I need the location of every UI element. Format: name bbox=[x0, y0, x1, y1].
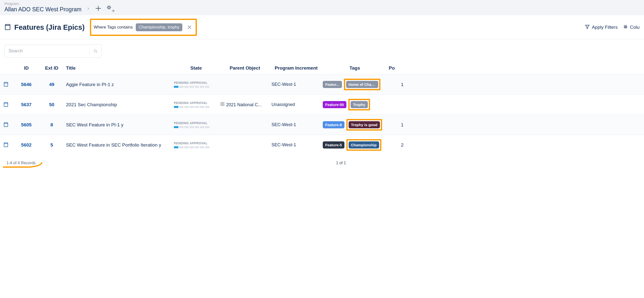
tag-chip[interactable]: Feature-8 bbox=[323, 121, 344, 128]
search-field[interactable] bbox=[4, 44, 102, 58]
state-label: PENDING APPROVAL bbox=[174, 122, 218, 125]
cell-tags: Featur...Home of Champi... bbox=[323, 79, 387, 90]
breadcrumb-label: Program: bbox=[4, 1, 82, 6]
chevron-right-icon bbox=[86, 6, 90, 12]
breadcrumb[interactable]: Program: Allan ADO SEC West Program bbox=[4, 1, 82, 13]
search-row bbox=[0, 39, 644, 60]
active-filter: Where Tags contains Championship, trophy… bbox=[90, 19, 197, 36]
cell-state: PENDING APPROVAL bbox=[174, 101, 218, 108]
svg-point-3 bbox=[94, 49, 96, 52]
search-input[interactable] bbox=[5, 48, 90, 54]
columns-button[interactable]: Colu bbox=[623, 24, 640, 30]
tag-chip[interactable]: Home of Champi... bbox=[346, 81, 378, 88]
cell-ext-id[interactable]: 49 bbox=[40, 82, 64, 87]
table-footer: 1-4 of 4 Records 1 of 1 bbox=[0, 155, 644, 168]
tag-chip[interactable]: Trophy bbox=[350, 101, 368, 108]
progress-bar bbox=[174, 106, 218, 108]
cell-id[interactable]: 5637 bbox=[15, 102, 38, 108]
annotation-highlight: Trophy is good bbox=[346, 119, 382, 131]
grid-icon bbox=[220, 102, 225, 107]
columns-label: Colu bbox=[630, 25, 640, 30]
tag-chip[interactable]: Feature-50 bbox=[323, 101, 346, 108]
cell-id[interactable]: 5602 bbox=[15, 142, 38, 148]
breadcrumb-value: Allan ADO SEC West Program bbox=[4, 6, 82, 13]
col-id[interactable]: ID bbox=[15, 65, 38, 71]
table-row[interactable]: 56025SEC West Feature in SEC Portfolio I… bbox=[0, 135, 644, 155]
page-heading-row: Features (Jira Epics) Where Tags contain… bbox=[0, 15, 644, 39]
gears-icon[interactable] bbox=[106, 5, 114, 12]
annotation-highlight: Trophy bbox=[348, 99, 370, 110]
breadcrumb-bar: Program: Allan ADO SEC West Program bbox=[0, 0, 644, 15]
cell-ext-id[interactable]: 50 bbox=[40, 102, 64, 108]
search-icon[interactable] bbox=[90, 49, 102, 54]
cell-title[interactable]: SEC West Feature in SEC Portfolio Iterat… bbox=[66, 142, 172, 148]
col-last[interactable]: Po bbox=[389, 65, 404, 71]
col-pi[interactable]: Program Increment bbox=[272, 65, 321, 71]
table-row[interactable]: 56058SEC West Feature in PI-1 yPENDING A… bbox=[0, 115, 644, 135]
cell-state: PENDING APPROVAL bbox=[174, 122, 218, 128]
cell-id[interactable]: 5646 bbox=[15, 82, 38, 87]
container-icon bbox=[4, 23, 11, 31]
container-icon bbox=[4, 142, 13, 149]
page-title: Features (Jira Epics) bbox=[14, 23, 84, 31]
cell-title[interactable]: Aggie Feature in PI-1 z bbox=[66, 82, 172, 87]
container-icon bbox=[4, 122, 13, 128]
cell-program-increment[interactable]: SEC-West-1 bbox=[272, 122, 321, 127]
tag-chip[interactable]: Featur... bbox=[323, 81, 342, 88]
svg-rect-2 bbox=[5, 24, 10, 29]
tag-chip[interactable]: Trophy is good bbox=[348, 121, 380, 128]
table-row[interactable]: 5637502021 Sec ChampionshipPENDING APPRO… bbox=[0, 94, 644, 115]
tag-chip[interactable]: Championship bbox=[348, 141, 379, 149]
container-icon bbox=[4, 81, 13, 88]
cell-tags: Feature-50Trophy bbox=[323, 99, 387, 110]
col-parent[interactable]: Parent Object bbox=[220, 65, 270, 71]
cell-program-increment[interactable]: SEC-West-1 bbox=[272, 82, 321, 87]
annotation-highlight: Home of Champi... bbox=[344, 79, 380, 90]
parent-label: 2021 National C... bbox=[226, 102, 262, 107]
state-label: PENDING APPROVAL bbox=[174, 142, 218, 145]
svg-rect-9 bbox=[223, 105, 224, 106]
cell-title[interactable]: 2021 Sec Championship bbox=[66, 102, 172, 108]
table-header: ID Ext ID Title State Parent Object Prog… bbox=[0, 60, 644, 74]
apply-filters-label: Apply Filters bbox=[592, 25, 618, 30]
cell-points: 1 bbox=[389, 82, 404, 87]
pager: 1 of 1 bbox=[336, 161, 346, 165]
cell-points: 2 bbox=[389, 142, 404, 148]
cell-title[interactable]: SEC West Feature in PI-1 y bbox=[66, 122, 172, 128]
cell-program-increment[interactable]: SEC-West-1 bbox=[272, 142, 321, 148]
annotation-underline bbox=[3, 162, 42, 168]
grid-icon bbox=[623, 24, 628, 30]
svg-point-1 bbox=[113, 10, 114, 11]
svg-point-0 bbox=[108, 6, 110, 8]
cell-ext-id[interactable]: 5 bbox=[40, 142, 64, 148]
plus-icon[interactable] bbox=[95, 5, 102, 12]
col-tags[interactable]: Tags bbox=[323, 65, 387, 71]
cell-points: 1 bbox=[389, 122, 404, 128]
cell-state: PENDING APPROVAL bbox=[174, 81, 218, 88]
funnel-icon bbox=[585, 24, 590, 30]
col-ext[interactable]: Ext ID bbox=[40, 65, 64, 71]
cell-tags: Feature-8Trophy is good bbox=[323, 119, 387, 131]
table-row[interactable]: 564649Aggie Feature in PI-1 zPENDING APP… bbox=[0, 74, 644, 94]
col-state[interactable]: State bbox=[174, 65, 218, 71]
progress-bar bbox=[174, 86, 218, 88]
state-label: PENDING APPROVAL bbox=[174, 81, 218, 85]
annotation-highlight: Championship bbox=[346, 139, 381, 151]
svg-rect-8 bbox=[221, 105, 222, 106]
progress-bar bbox=[174, 126, 218, 128]
cell-state: PENDING APPROVAL bbox=[174, 142, 218, 148]
cell-program-increment[interactable]: Unassigned bbox=[272, 102, 321, 107]
close-icon[interactable]: ✕ bbox=[187, 24, 192, 31]
progress-bar bbox=[174, 146, 218, 148]
cell-id[interactable]: 5605 bbox=[15, 122, 38, 128]
svg-rect-6 bbox=[221, 102, 222, 104]
col-title[interactable]: Title bbox=[66, 65, 172, 71]
state-label: PENDING APPROVAL bbox=[174, 101, 218, 105]
apply-filters-button[interactable]: Apply Filters bbox=[585, 24, 618, 30]
cell-ext-id[interactable]: 8 bbox=[40, 122, 64, 128]
svg-rect-7 bbox=[223, 102, 224, 104]
filter-chip[interactable]: Championship, trophy bbox=[136, 23, 182, 31]
cell-tags: Feature-5Championship bbox=[323, 139, 387, 151]
tag-chip[interactable]: Feature-5 bbox=[323, 141, 344, 149]
cell-parent[interactable]: 2021 National C... bbox=[220, 102, 270, 108]
